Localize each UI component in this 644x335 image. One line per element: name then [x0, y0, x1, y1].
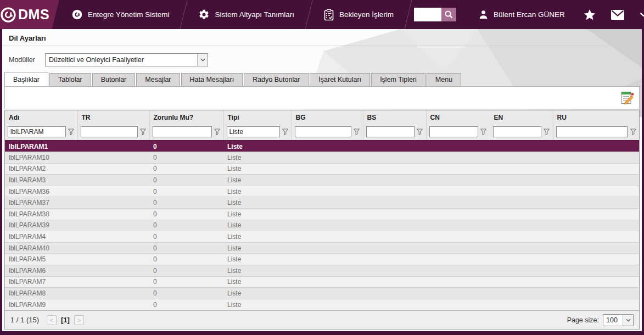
search-button[interactable] — [441, 8, 456, 21]
page-size-select[interactable]: 100 — [603, 314, 634, 326]
table-row-lblLPARAM1[interactable]: lblLPARAM10Liste — [5, 141, 639, 152]
tab-8[interactable]: Menu — [427, 73, 461, 86]
cell-13-4 — [292, 288, 363, 299]
cell-6-0: lblLPARAM38 — [5, 209, 77, 220]
filter-input-5[interactable] — [366, 126, 415, 137]
filter-funnel-button-1[interactable] — [139, 127, 148, 137]
filter-input-6[interactable] — [429, 126, 478, 137]
filter-funnel-button-2[interactable] — [213, 127, 222, 137]
module-select[interactable]: Düzeltici ve Onleyici Faaliyetler — [45, 53, 208, 66]
table-row-lblLPARAM5[interactable]: lblLPARAM50Liste — [5, 254, 639, 265]
filter-funnel-button-3[interactable] — [281, 127, 290, 137]
table-row-lblLPARAM4[interactable]: lblLPARAM40Liste — [5, 231, 639, 243]
grid-table: AdıTRZorunlu Mu?TipiBGBSCNENRU lblLPARAM… — [5, 110, 639, 310]
menu-item-sistem-altyapi-tanimlari[interactable]: Sistem Altyapı Tanımları — [184, 0, 309, 29]
multi-edit-icon[interactable] — [619, 91, 635, 106]
cell-6-5 — [363, 209, 426, 220]
cell-0-1 — [77, 141, 149, 152]
tab-2[interactable]: Butonlar — [92, 73, 136, 86]
table-row-lblLPARAM8[interactable]: lblLPARAM80Liste — [5, 288, 639, 299]
cell-1-2: 0 — [149, 152, 223, 164]
tab-3[interactable]: Mesajlar — [136, 73, 180, 86]
cell-14-7 — [490, 299, 553, 310]
grid-header-row: AdıTRZorunlu Mu?TipiBGBSCNENRU — [5, 110, 639, 125]
table-row-lblLPARAM38[interactable]: lblLPARAM380Liste — [5, 209, 639, 220]
cell-6-7 — [490, 209, 553, 220]
filter-funnel-button-8[interactable] — [629, 127, 637, 137]
pager-summary: 1 / 1 (15) — [10, 316, 39, 324]
column-header-1[interactable]: TR — [77, 110, 149, 125]
person-icon — [478, 9, 489, 20]
cell-11-0: lblLPARAM6 — [5, 265, 77, 277]
pager-prev-button[interactable]: < — [47, 315, 57, 325]
filter-input-4[interactable] — [295, 126, 351, 137]
pager-next-button[interactable]: > — [74, 315, 84, 325]
cell-2-5 — [363, 163, 426, 175]
cell-12-6 — [426, 276, 490, 288]
table-row-lblLPARAM40[interactable]: lblLPARAM400Liste — [5, 242, 639, 254]
tab-4[interactable]: Hata Mesajları — [181, 73, 243, 86]
filter-funnel-button-6[interactable] — [479, 127, 488, 137]
app-logo[interactable]: DMS — [0, 0, 49, 29]
cell-1-6 — [426, 152, 490, 164]
table-row-lblLPARAM7[interactable]: lblLPARAM70Liste — [5, 276, 639, 288]
filter-input-8[interactable] — [556, 126, 628, 137]
column-header-0[interactable]: Adı — [5, 110, 77, 125]
table-row-lblLPARAM39[interactable]: lblLPARAM390Liste — [5, 220, 639, 231]
filter-funnel-button-5[interactable] — [416, 127, 424, 137]
filter-funnel-button-7[interactable] — [542, 127, 551, 137]
column-header-5[interactable]: BS — [363, 110, 426, 125]
search-icon — [444, 10, 453, 19]
filter-input-0[interactable] — [8, 126, 66, 137]
filter-input-2[interactable] — [153, 126, 212, 137]
cell-7-8 — [553, 220, 639, 231]
filter-input-3[interactable] — [227, 126, 280, 137]
tab-6[interactable]: İşaret Kutuları — [310, 73, 370, 86]
cell-7-0: lblLPARAM39 — [5, 220, 77, 231]
cell-1-1 — [77, 152, 149, 164]
filter-funnel-button-4[interactable] — [352, 127, 361, 137]
cell-4-8 — [553, 186, 639, 197]
menu-item-entegre-yonetim-sistemi[interactable]: Entegre Yönetim Sistemi — [57, 0, 183, 29]
column-header-8[interactable]: RU — [553, 110, 639, 125]
table-row-lblLPARAM10[interactable]: lblLPARAM100Liste — [5, 152, 639, 164]
filter-funnel-icon — [282, 129, 288, 135]
tab-1[interactable]: Tablolar — [49, 73, 91, 86]
cell-5-4 — [292, 197, 363, 209]
column-header-6[interactable]: CN — [426, 110, 490, 125]
cell-12-4 — [292, 276, 363, 288]
tab-0[interactable]: Başlıklar — [4, 72, 48, 86]
cell-11-3: Liste — [223, 265, 292, 277]
tab-7[interactable]: İşlem Tipleri — [371, 73, 425, 86]
messages-button[interactable] — [603, 0, 632, 29]
cell-5-7 — [490, 197, 553, 209]
language-selector[interactable]: TR — [632, 0, 644, 29]
column-header-2[interactable]: Zorunlu Mu? — [149, 110, 223, 125]
cell-2-1 — [77, 163, 149, 175]
cell-5-6 — [426, 197, 490, 209]
tab-5[interactable]: Radyo Butonlar — [244, 73, 309, 86]
cell-12-1 — [77, 276, 149, 288]
table-row-lblLPARAM37[interactable]: lblLPARAM370Liste — [5, 197, 639, 209]
table-row-lblLPARAM2[interactable]: lblLPARAM20Liste — [5, 163, 639, 175]
menu-item-bekleyen-islerim[interactable]: Bekleyen İşlerim — [309, 0, 408, 29]
filter-input-1[interactable] — [81, 126, 138, 137]
module-select-dropdown-button[interactable] — [197, 54, 208, 66]
table-row-lblLPARAM9[interactable]: lblLPARAM90Liste — [5, 299, 639, 310]
table-row-lblLPARAM3[interactable]: lblLPARAM30Liste — [5, 175, 639, 186]
favorites-button[interactable] — [576, 0, 603, 29]
filter-input-7[interactable] — [493, 126, 541, 137]
column-header-3[interactable]: Tipi — [223, 110, 292, 125]
cell-7-7 — [490, 220, 553, 231]
search-input[interactable] — [414, 8, 441, 21]
filter-funnel-button-0[interactable] — [67, 127, 76, 137]
table-row-lblLPARAM6[interactable]: lblLPARAM60Liste — [5, 265, 639, 277]
cell-9-8 — [553, 242, 639, 254]
table-row-lblLPARAM36[interactable]: lblLPARAM360Liste — [5, 186, 639, 197]
cell-0-2: 0 — [149, 141, 223, 152]
cell-8-5 — [363, 231, 426, 243]
column-header-4[interactable]: BG — [292, 110, 363, 125]
column-header-7[interactable]: EN — [490, 110, 553, 125]
user-menu[interactable]: Bülent Ercan GÜNER — [466, 0, 576, 29]
page-size-dropdown-button[interactable] — [623, 315, 633, 326]
